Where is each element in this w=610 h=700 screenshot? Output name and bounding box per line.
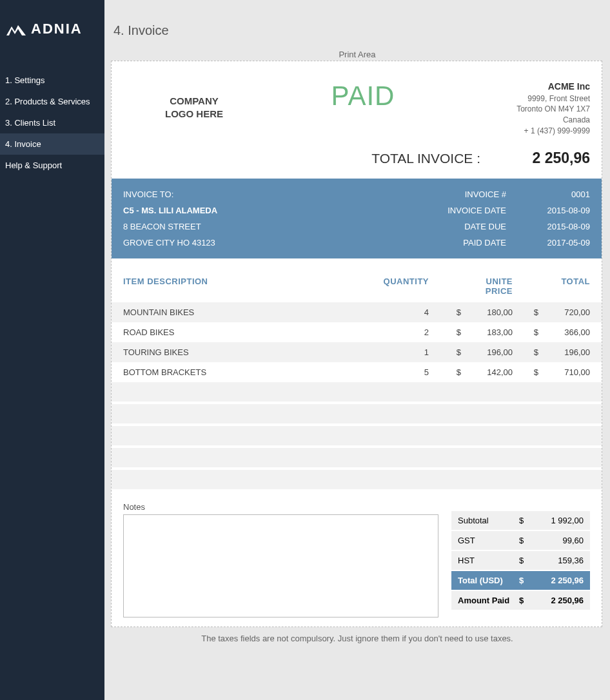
nav-invoice[interactable]: 4. Invoice [0,133,104,155]
item-row: ROAD BIKES2$183,00$366,00 [112,322,602,342]
company-logo-placeholder: COMPANY LOGO HERE [123,81,265,137]
item-unit-price: 183,00 [461,327,513,337]
item-unit-price: 142,00 [461,367,513,377]
currency-symbol: $ [513,327,538,337]
totals-box: Subtotal $ 1 992,00 GST $ 99,60 HST $ 15… [451,502,590,617]
date-due: 2015-08-09 [532,222,590,231]
empty-row [112,470,602,489]
item-total: 720,00 [538,307,590,317]
company-info: ACME Inc 9999, Front Street Toronto ON M… [461,81,590,137]
empty-row [112,382,602,402]
item-row: MOUNTAIN BIKES4$180,00$720,00 [112,302,602,322]
nav-help-support[interactable]: Help & Support [0,155,104,176]
currency-symbol: $ [513,367,538,377]
item-total: 710,00 [538,367,590,377]
print-area-label: Print Area [104,50,610,61]
col-unit-price: UNITE PRICE [461,277,513,296]
billing-bar: INVOICE TO: INVOICE # 0001 C5 - MS. LILI… [112,179,602,258]
item-desc: ROAD BIKES [123,327,371,337]
item-unit-price: 180,00 [461,307,513,317]
item-desc: MOUNTAIN BIKES [123,307,371,317]
currency-symbol: $ [429,347,461,357]
currency-symbol: $ [519,536,532,545]
invoice-date-label: INVOICE DATE [400,206,532,215]
grand-total-value: 2 250,96 [532,576,584,585]
currency-symbol: $ [519,576,532,585]
empty-row [112,404,602,423]
invoice-to-label: INVOICE TO: [123,190,400,199]
sidebar: ADNIA 1. Settings 2. Products & Services… [0,0,104,700]
gst-value: 99,60 [532,536,584,545]
item-qty: 2 [371,327,429,337]
grand-total-label: Total (USD) [458,576,519,585]
col-desc: ITEM DESCRIPTION [123,277,371,296]
company-phone: + 1 (437) 999-9999 [461,126,590,137]
brand-logo: ADNIA [0,13,104,70]
total-invoice-value: 2 250,96 [480,150,590,167]
notes-label: Notes [123,502,438,514]
company-street: 9999, Front Street [461,93,590,104]
date-due-label: DATE DUE [400,222,532,231]
invoice-date: 2015-08-09 [532,206,590,215]
item-row: BOTTOM BRACKETS5$142,00$710,00 [112,362,602,382]
invoice-num: 0001 [532,190,590,199]
item-desc: BOTTOM BRACKETS [123,367,371,377]
total-invoice-label: TOTAL INVOICE : [371,151,480,166]
main-area: 4. Invoice Print Area COMPANY LOGO HERE … [104,0,610,700]
invoice-num-label: INVOICE # [400,190,532,199]
currency-symbol: $ [519,556,532,565]
tax-footnote: The taxes fields are not compulsory. Jus… [104,627,610,650]
logo-placeholder-line2: LOGO HERE [123,108,265,121]
col-qty: QUANTITY [371,277,429,296]
item-total: 366,00 [538,327,590,337]
items-header: ITEM DESCRIPTION QUANTITY UNITE PRICE TO… [112,258,602,302]
amount-paid-label: Amount Paid [458,596,519,605]
client-city: GROVE CITY HO 43123 [123,238,400,248]
invoice-document: COMPANY LOGO HERE PAID ACME Inc 9999, Fr… [111,61,602,627]
paid-date: 2017-05-09 [532,238,590,248]
client-street: 8 BEACON STREET [123,222,400,231]
brand-mark-icon [6,23,26,35]
currency-symbol: $ [513,347,538,357]
col-total: TOTAL [538,277,590,296]
currency-symbol: $ [429,307,461,317]
item-qty: 1 [371,347,429,357]
logo-placeholder-line1: COMPANY [123,95,265,108]
nav-settings[interactable]: 1. Settings [0,70,104,91]
empty-row [112,448,602,467]
item-qty: 5 [371,367,429,377]
item-unit-price: 196,00 [461,347,513,357]
hst-value: 159,36 [532,556,584,565]
company-name: ACME Inc [461,81,590,93]
currency-symbol: $ [429,327,461,337]
client-name: C5 - MS. LILI ALAMEDA [123,206,400,215]
brand-name: ADNIA [31,21,83,37]
amount-paid-value: 2 250,96 [532,596,584,605]
empty-row [112,426,602,445]
item-qty: 4 [371,307,429,317]
subtotal-value: 1 992,00 [532,516,584,525]
paid-date-label: PAID DATE [400,238,532,248]
currency-symbol: $ [429,367,461,377]
gst-label: GST [458,536,519,545]
subtotal-label: Subtotal [458,516,519,525]
nav-clients-list[interactable]: 3. Clients List [0,112,104,133]
notes-input[interactable] [123,514,438,617]
item-desc: TOURING BIKES [123,347,371,357]
currency-symbol: $ [519,516,532,525]
hst-label: HST [458,556,519,565]
currency-symbol: $ [519,596,532,605]
item-total: 196,00 [538,347,590,357]
item-row: TOURING BIKES1$196,00$196,00 [112,342,602,362]
paid-stamp: PAID [265,81,461,112]
company-city: Toronto ON M4Y 1X7 [461,104,590,115]
company-country: Canada [461,115,590,126]
page-title: 4. Invoice [104,0,610,50]
currency-symbol: $ [513,307,538,317]
nav-products-services[interactable]: 2. Products & Services [0,91,104,112]
